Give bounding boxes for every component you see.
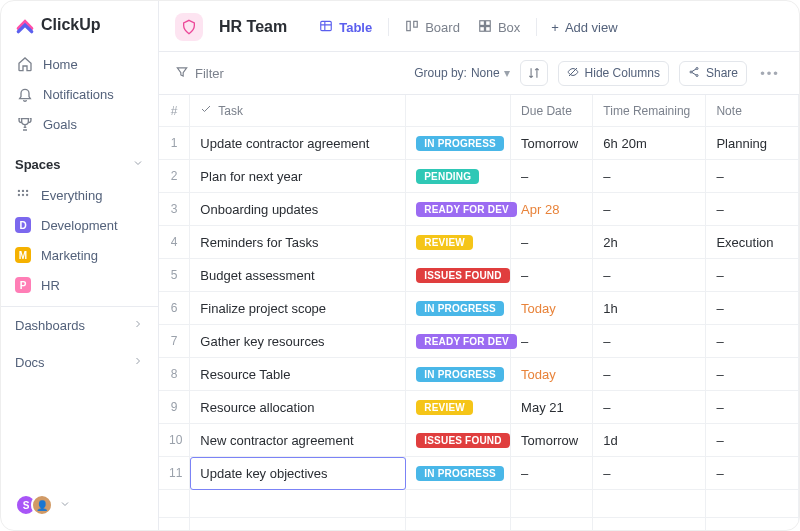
time-remaining-cell[interactable]: – <box>593 259 706 292</box>
status-cell[interactable]: REVIEW <box>406 226 511 259</box>
task-name-cell[interactable]: Plan for next year <box>190 160 406 193</box>
status-cell[interactable]: PENDING <box>406 160 511 193</box>
status-cell[interactable]: IN PROGRESS <box>406 457 511 490</box>
more-menu-button[interactable]: ••• <box>757 66 783 81</box>
status-cell[interactable]: READY FOR DEV <box>406 193 511 226</box>
status-cell[interactable]: IN PROGRESS <box>406 358 511 391</box>
brand-logo[interactable]: ClickUp <box>1 1 158 47</box>
time-remaining-cell[interactable]: – <box>593 391 706 424</box>
col-status[interactable] <box>406 95 511 127</box>
sort-button[interactable] <box>520 60 548 86</box>
add-view-button[interactable]: + Add view <box>551 20 617 35</box>
status-cell[interactable]: IN PROGRESS <box>406 292 511 325</box>
nav-docs[interactable]: Docs <box>1 344 158 381</box>
due-date-cell[interactable]: Today <box>511 358 593 391</box>
time-remaining-cell[interactable]: – <box>593 457 706 490</box>
time-remaining-cell[interactable]: – <box>593 193 706 226</box>
task-name-cell[interactable]: Resource Table <box>190 358 406 391</box>
status-cell[interactable]: IN PROGRESS <box>406 127 511 160</box>
note-cell[interactable]: – <box>706 193 799 226</box>
due-date-cell[interactable]: – <box>511 325 593 358</box>
due-date-cell[interactable]: – <box>511 226 593 259</box>
note-cell[interactable]: – <box>706 160 799 193</box>
note-cell[interactable]: Execution <box>706 226 799 259</box>
space-everything[interactable]: Everything <box>1 180 158 210</box>
note-cell[interactable]: – <box>706 424 799 457</box>
sidebar-bottom: Dashboards Docs <box>1 306 158 381</box>
time-remaining-cell[interactable]: 1d <box>593 424 706 457</box>
table-row[interactable]: 7Gather key resourcesREADY FOR DEV––– <box>159 325 799 358</box>
group-by-dropdown[interactable]: Group by: None ▾ <box>414 66 509 80</box>
status-cell[interactable]: ISSUES FOUND <box>406 424 511 457</box>
home-icon <box>17 56 33 72</box>
col-due[interactable]: Due Date <box>511 95 593 127</box>
table-row[interactable]: 6Finalize project scopeIN PROGRESSToday1… <box>159 292 799 325</box>
due-date-cell[interactable]: Today <box>511 292 593 325</box>
task-name-cell[interactable]: New contractor agreement <box>190 424 406 457</box>
task-name-cell[interactable]: Gather key resources <box>190 325 406 358</box>
due-date-cell[interactable]: – <box>511 457 593 490</box>
table-row[interactable]: 11Update key objectivesIN PROGRESS––– <box>159 457 799 490</box>
due-date-cell[interactable]: Tomorrow <box>511 424 593 457</box>
task-name-cell[interactable]: Onboarding updates <box>190 193 406 226</box>
table-row[interactable]: 1Update contractor agreementIN PROGRESST… <box>159 127 799 160</box>
time-remaining-cell[interactable]: 1h <box>593 292 706 325</box>
status-badge: IN PROGRESS <box>416 136 504 151</box>
col-time[interactable]: Time Remaining <box>593 95 706 127</box>
task-name-cell[interactable]: Finalize project scope <box>190 292 406 325</box>
task-name-cell[interactable]: Resource allocation <box>190 391 406 424</box>
spaces-header[interactable]: Spaces <box>1 147 158 180</box>
table-row[interactable]: 9Resource allocationREVIEWMay 21–– <box>159 391 799 424</box>
table-row[interactable]: 10New contractor agreementISSUES FOUNDTo… <box>159 424 799 457</box>
table-row[interactable]: 2Plan for next yearPENDING––– <box>159 160 799 193</box>
chevron-down-icon[interactable] <box>59 498 71 513</box>
nav-dashboards[interactable]: Dashboards <box>1 307 158 344</box>
task-name-cell[interactable]: Update key objectives <box>190 457 406 490</box>
due-date-cell[interactable]: – <box>511 259 593 292</box>
status-cell[interactable]: REVIEW <box>406 391 511 424</box>
due-date-cell[interactable]: Apr 28 <box>511 193 593 226</box>
time-remaining-cell[interactable]: 6h 20m <box>593 127 706 160</box>
table-row[interactable]: 8Resource TableIN PROGRESSToday–– <box>159 358 799 391</box>
task-name-cell[interactable]: Reminders for Tasks <box>190 226 406 259</box>
view-box[interactable]: Box <box>476 15 522 40</box>
avatar-stack[interactable]: S 👤 <box>15 494 53 516</box>
note-cell[interactable]: – <box>706 457 799 490</box>
note-cell[interactable]: – <box>706 292 799 325</box>
share-button[interactable]: Share <box>679 61 747 86</box>
sidebar-item-space[interactable]: MMarketing <box>1 240 158 270</box>
note-cell[interactable]: – <box>706 358 799 391</box>
view-board[interactable]: Board <box>403 15 462 40</box>
col-note[interactable]: Note <box>706 95 799 127</box>
nav-goals-label: Goals <box>43 117 77 132</box>
note-cell[interactable]: – <box>706 325 799 358</box>
table-row[interactable]: 3Onboarding updatesREADY FOR DEVApr 28–– <box>159 193 799 226</box>
nav-notifications[interactable]: Notifications <box>7 79 152 109</box>
col-idx[interactable]: # <box>159 95 190 127</box>
task-name-cell[interactable]: Update contractor agreement <box>190 127 406 160</box>
status-cell[interactable]: READY FOR DEV <box>406 325 511 358</box>
col-task[interactable]: Task <box>190 95 406 127</box>
sidebar-item-space[interactable]: DDevelopment <box>1 210 158 240</box>
time-remaining-cell[interactable]: – <box>593 160 706 193</box>
filter-button[interactable]: Filter <box>175 65 224 82</box>
col-task-label: Task <box>218 104 243 118</box>
time-remaining-cell[interactable]: – <box>593 325 706 358</box>
task-name-cell[interactable]: Budget assessment <box>190 259 406 292</box>
nav-home[interactable]: Home <box>7 49 152 79</box>
due-date-cell[interactable]: May 21 <box>511 391 593 424</box>
time-remaining-cell[interactable]: – <box>593 358 706 391</box>
note-cell[interactable]: – <box>706 391 799 424</box>
time-remaining-cell[interactable]: 2h <box>593 226 706 259</box>
hide-columns-button[interactable]: Hide Columns <box>558 61 669 86</box>
status-cell[interactable]: ISSUES FOUND <box>406 259 511 292</box>
table-row[interactable]: 4Reminders for TasksREVIEW–2hExecution <box>159 226 799 259</box>
table-row[interactable]: 5Budget assessmentISSUES FOUND––– <box>159 259 799 292</box>
due-date-cell[interactable]: – <box>511 160 593 193</box>
due-date-cell[interactable]: Tomorrow <box>511 127 593 160</box>
view-table[interactable]: Table <box>317 15 374 40</box>
note-cell[interactable]: – <box>706 259 799 292</box>
note-cell[interactable]: Planning <box>706 127 799 160</box>
sidebar-item-space[interactable]: PHR <box>1 270 158 300</box>
nav-goals[interactable]: Goals <box>7 109 152 139</box>
